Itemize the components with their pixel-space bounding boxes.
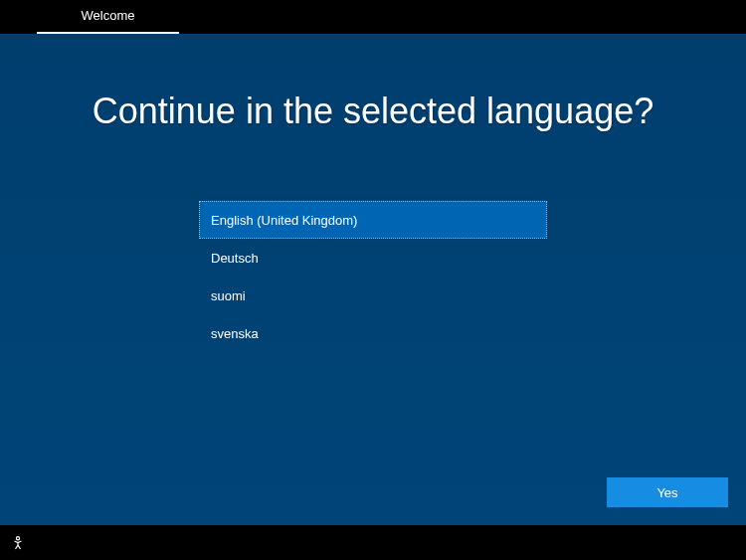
tab-spacer [0, 0, 37, 34]
language-item-english-uk[interactable]: English (United Kingdom) [199, 201, 547, 239]
svg-point-0 [16, 536, 19, 539]
yes-button[interactable]: Yes [607, 477, 728, 507]
main-area: Continue in the selected language? Engli… [0, 34, 746, 525]
language-label: suomi [211, 288, 246, 303]
page-title: Continue in the selected language? [0, 91, 746, 132]
bottom-bar [0, 525, 746, 560]
yes-button-label: Yes [656, 485, 677, 500]
language-item-svenska[interactable]: svenska [199, 314, 547, 352]
language-label: svenska [211, 326, 259, 341]
tab-welcome[interactable]: Welcome [37, 0, 179, 34]
ease-of-access-icon[interactable] [10, 535, 26, 551]
language-label: English (United Kingdom) [211, 213, 357, 228]
language-item-deutsch[interactable]: Deutsch [199, 239, 547, 277]
top-bar: Welcome [0, 0, 746, 34]
language-label: Deutsch [211, 251, 259, 266]
tab-label: Welcome [82, 8, 135, 23]
language-item-suomi[interactable]: suomi [199, 277, 547, 314]
language-list: English (United Kingdom) Deutsch suomi s… [199, 201, 547, 352]
